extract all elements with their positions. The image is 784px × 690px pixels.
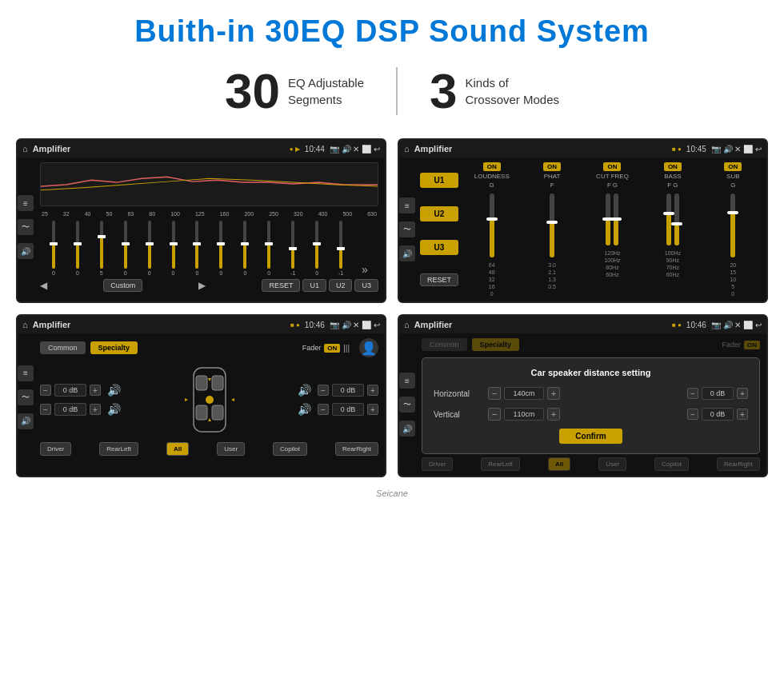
screen4-topbar: ⌂ Amplifier ■ ● 10:46 📷 🔊 ✕ ⬜ ↩ xyxy=(399,316,766,333)
spec-side-icon2[interactable]: 〜 xyxy=(18,389,34,405)
btn-driver[interactable]: Driver xyxy=(40,442,71,456)
eq-side-icon3[interactable]: 🔊 xyxy=(18,243,34,259)
h-db-plus[interactable]: + xyxy=(737,388,748,399)
page-title: Buith-in 30EQ DSP Sound System xyxy=(0,0,784,57)
horizontal-value: 140cm xyxy=(504,387,544,400)
screen2-side-icons: ≡ 〜 🔊 xyxy=(399,158,415,301)
spec-tabs: Common Specialty Fader ON ||| 👤 xyxy=(40,338,378,357)
eq-slider-1[interactable]: 0 xyxy=(42,221,66,276)
horizontal-minus[interactable]: − xyxy=(488,387,501,400)
cutfreq-slider-g[interactable] xyxy=(614,193,618,245)
cross-u3-btn[interactable]: U3 xyxy=(420,240,458,255)
cross-col-cutfreq: ON CUT FREQ F G xyxy=(584,162,641,297)
cross-u2-btn[interactable]: U2 xyxy=(420,206,458,221)
eq-side-icon1[interactable]: ≡ xyxy=(18,195,34,211)
h-db-val: 0 dB xyxy=(702,387,734,400)
eq-nav-prev[interactable]: ◀ xyxy=(40,280,47,291)
eq-slider-9[interactable]: 0 xyxy=(233,221,257,276)
tab-specialty[interactable]: Specialty xyxy=(90,341,138,354)
cross-side-icon3[interactable]: 🔊 xyxy=(399,245,415,261)
dist-side-icon3[interactable]: 🔊 xyxy=(399,421,415,437)
db-val-1: 0 dB xyxy=(54,384,86,397)
eq-freq-630: 630 xyxy=(367,211,377,217)
horizontal-label: Horizontal xyxy=(434,389,482,398)
db-minus-4[interactable]: − xyxy=(318,404,329,415)
screen3-content: Common Specialty Fader ON ||| 👤 − xyxy=(34,333,385,461)
eq-freq-160: 160 xyxy=(220,211,230,217)
confirm-button[interactable]: Confirm xyxy=(559,429,622,444)
loudness-slider[interactable] xyxy=(490,193,494,257)
eq-freq-125: 125 xyxy=(195,211,205,217)
bass-slider-g[interactable] xyxy=(674,193,679,245)
stat-eq: 30 EQ AdjustableSegments xyxy=(193,66,396,116)
dist-btn-copilot: Copilot xyxy=(654,457,689,471)
screen3-topbar: ⌂ Amplifier ■ ● 10:46 📷 🔊 ✕ ⬜ ↩ xyxy=(18,316,385,333)
btn-all[interactable]: All xyxy=(166,442,189,456)
eq-slider-expand[interactable]: » xyxy=(353,263,377,276)
btn-copilot[interactable]: Copilot xyxy=(273,442,307,456)
eq-u3-btn[interactable]: U3 xyxy=(354,279,378,292)
cross-reset-btn[interactable]: RESET xyxy=(420,273,458,286)
screen3-title: Amplifier xyxy=(33,320,286,329)
eq-side-icon2[interactable]: 〜 xyxy=(18,219,34,235)
db-minus-1[interactable]: − xyxy=(40,385,51,396)
vertical-minus[interactable]: − xyxy=(488,408,501,421)
screen3-top-icons: 📷 🔊 ✕ ⬜ ↩ xyxy=(330,321,380,329)
eq-freq-80: 80 xyxy=(149,211,155,217)
eq-u1-btn[interactable]: U1 xyxy=(302,279,326,292)
stats-row: 30 EQ AdjustableSegments 3 Kinds ofCross… xyxy=(0,57,784,130)
eq-slider-3[interactable]: 5 xyxy=(90,221,114,276)
svg-rect-1 xyxy=(196,376,207,390)
btn-rearright[interactable]: RearRight xyxy=(335,442,378,456)
eq-slider-7[interactable]: 0 xyxy=(186,221,210,276)
eq-freq-320: 320 xyxy=(294,211,303,217)
eq-slider-4[interactable]: 0 xyxy=(114,221,138,276)
db-plus-1[interactable]: + xyxy=(90,385,101,396)
horizontal-plus[interactable]: + xyxy=(547,387,560,400)
eq-reset-btn[interactable]: RESET xyxy=(262,279,300,292)
sub-slider[interactable] xyxy=(730,193,735,257)
svg-rect-2 xyxy=(212,376,223,390)
bass-slider-f[interactable] xyxy=(666,193,671,245)
db-plus-4[interactable]: + xyxy=(367,404,378,415)
db-plus-2[interactable]: + xyxy=(90,404,101,415)
vertical-plus[interactable]: + xyxy=(547,408,560,421)
screen4-content: Common Specialty Fader ON Car speaker di… xyxy=(415,333,766,476)
sub-label: SUB xyxy=(726,173,739,180)
dist-btn-user: User xyxy=(598,457,626,471)
dist-side-icon2[interactable]: 〜 xyxy=(399,397,415,413)
screen-specialty: ⌂ Amplifier ■ ● 10:46 📷 🔊 ✕ ⬜ ↩ ≡ 〜 🔊 Co… xyxy=(16,314,386,477)
speaker-diagram-area xyxy=(129,364,290,436)
horizontal-db: − 0 dB + xyxy=(687,387,748,400)
btn-user[interactable]: User xyxy=(217,442,245,456)
eq-slider-10[interactable]: 0 xyxy=(257,221,281,276)
eq-slider-12[interactable]: 0 xyxy=(305,221,329,276)
dist-side-icon1[interactable]: ≡ xyxy=(399,373,415,389)
db-minus-2[interactable]: − xyxy=(40,404,51,415)
v-db-plus[interactable]: + xyxy=(737,409,748,420)
screen4-title: Amplifier xyxy=(414,320,667,329)
db-plus-3[interactable]: + xyxy=(367,385,378,396)
cross-side-icon2[interactable]: 〜 xyxy=(399,221,415,237)
spec-left-controls: − 0 dB + 🔊 − 0 dB + 🔊 xyxy=(40,384,121,416)
btn-rearleft[interactable]: RearLeft xyxy=(99,442,138,456)
h-db-minus[interactable]: − xyxy=(687,388,698,399)
v-db-minus[interactable]: − xyxy=(687,409,698,420)
eq-slider-13[interactable]: -1 xyxy=(329,221,353,276)
eq-slider-5[interactable]: 0 xyxy=(138,221,162,276)
spec-side-icon1[interactable]: ≡ xyxy=(18,365,34,381)
phat-slider[interactable] xyxy=(550,193,554,257)
tab-common[interactable]: Common xyxy=(40,341,86,354)
cross-side-icon1[interactable]: ≡ xyxy=(399,197,415,213)
eq-slider-11[interactable]: -1 xyxy=(281,221,305,276)
cross-u1-btn[interactable]: U1 xyxy=(420,173,458,188)
eq-slider-2[interactable]: 0 xyxy=(66,221,90,276)
eq-nav-next[interactable]: ▶ xyxy=(198,280,206,291)
eq-slider-8[interactable]: 0 xyxy=(209,221,233,276)
screen2-title: Amplifier xyxy=(414,144,667,154)
db-minus-3[interactable]: − xyxy=(318,385,329,396)
spec-side-icon3[interactable]: 🔊 xyxy=(18,413,34,429)
eq-slider-6[interactable]: 0 xyxy=(162,221,186,276)
eq-u2-btn[interactable]: U2 xyxy=(329,279,353,292)
screen4-time: 10:46 xyxy=(686,321,706,329)
